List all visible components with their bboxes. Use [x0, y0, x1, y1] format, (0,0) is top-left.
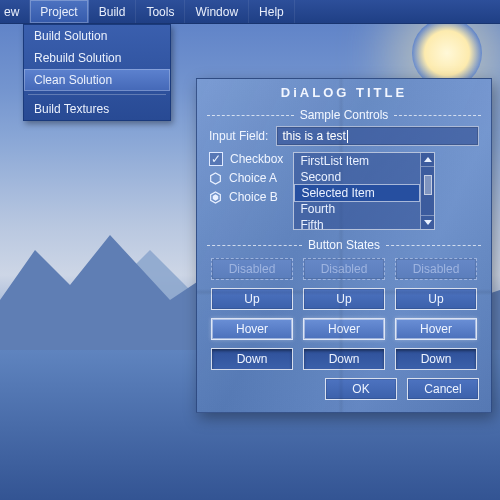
section-label: Button States — [308, 238, 380, 252]
radio-label: Choice B — [229, 190, 278, 204]
svg-marker-0 — [211, 172, 221, 183]
button-disabled: Disabled — [395, 258, 477, 280]
dialog-title: DiALOG TITLE — [197, 79, 491, 104]
section-sample-controls: Sample Controls — [207, 108, 481, 122]
menu-item-project[interactable]: Project — [30, 0, 88, 23]
button-up[interactable]: Up — [211, 288, 293, 310]
radio-icon — [209, 172, 222, 185]
text-caret — [347, 130, 348, 143]
menu-item-help[interactable]: Help — [249, 0, 295, 23]
button-down[interactable]: Down — [303, 348, 385, 370]
menu-item-build[interactable]: Build — [89, 0, 137, 23]
button-up[interactable]: Up — [303, 288, 385, 310]
dd-separator — [28, 94, 166, 95]
section-button-states: Button States — [207, 238, 481, 252]
menu-item-view[interactable]: ew — [0, 0, 30, 23]
button-hover[interactable]: Hover — [303, 318, 385, 340]
section-label: Sample Controls — [300, 108, 389, 122]
chevron-down-icon — [424, 220, 432, 225]
checkbox[interactable]: ✓ Checkbox — [209, 152, 283, 166]
button-hover[interactable]: Hover — [211, 318, 293, 340]
button-down[interactable]: Down — [211, 348, 293, 370]
cancel-button[interactable]: Cancel — [407, 378, 479, 400]
input-field[interactable]: this is a test — [276, 126, 479, 146]
button-grid: Disabled Disabled Disabled Up Up Up Hove… — [209, 258, 479, 370]
svg-marker-2 — [213, 194, 219, 201]
input-label: Input Field: — [209, 129, 268, 143]
list-item[interactable]: Fifth — [294, 217, 420, 229]
menu-item-window[interactable]: Window — [185, 0, 249, 23]
dd-rebuild-solution[interactable]: Rebuild Solution — [24, 47, 170, 69]
ok-button[interactable]: OK — [325, 378, 397, 400]
list-item[interactable]: FirstList Item — [294, 153, 420, 169]
button-up[interactable]: Up — [395, 288, 477, 310]
radio-choice-b[interactable]: Choice B — [209, 190, 283, 204]
dialog-window: DiALOG TITLE Sample Controls Input Field… — [196, 78, 492, 413]
scrollbar[interactable] — [420, 153, 434, 229]
checkbox-label: Checkbox — [230, 152, 283, 166]
menubar: ew Project Build Tools Window Help — [0, 0, 500, 24]
button-disabled: Disabled — [303, 258, 385, 280]
listbox[interactable]: FirstList Item Second Selected Item Four… — [293, 152, 435, 230]
button-hover[interactable]: Hover — [395, 318, 477, 340]
radio-choice-a[interactable]: Choice A — [209, 171, 283, 185]
radio-icon-selected — [209, 191, 222, 204]
project-dropdown: Build Solution Rebuild Solution Clean So… — [23, 24, 171, 121]
button-down[interactable]: Down — [395, 348, 477, 370]
dd-clean-solution[interactable]: Clean Solution — [24, 69, 170, 91]
desktop-background: ew Project Build Tools Window Help Build… — [0, 0, 500, 500]
button-disabled: Disabled — [211, 258, 293, 280]
radio-label: Choice A — [229, 171, 277, 185]
dd-build-solution[interactable]: Build Solution — [24, 25, 170, 47]
chevron-up-icon — [424, 157, 432, 162]
menu-item-tools[interactable]: Tools — [136, 0, 185, 23]
input-value: this is a test — [282, 129, 345, 143]
scroll-down-button[interactable] — [421, 215, 434, 229]
scroll-up-button[interactable] — [421, 153, 434, 167]
dd-build-textures[interactable]: Build Textures — [24, 98, 170, 120]
scroll-thumb[interactable] — [424, 175, 432, 195]
list-item-selected[interactable]: Selected Item — [294, 184, 420, 202]
checkbox-box: ✓ — [209, 152, 223, 166]
list-item[interactable]: Second — [294, 169, 420, 185]
list-item[interactable]: Fourth — [294, 201, 420, 217]
